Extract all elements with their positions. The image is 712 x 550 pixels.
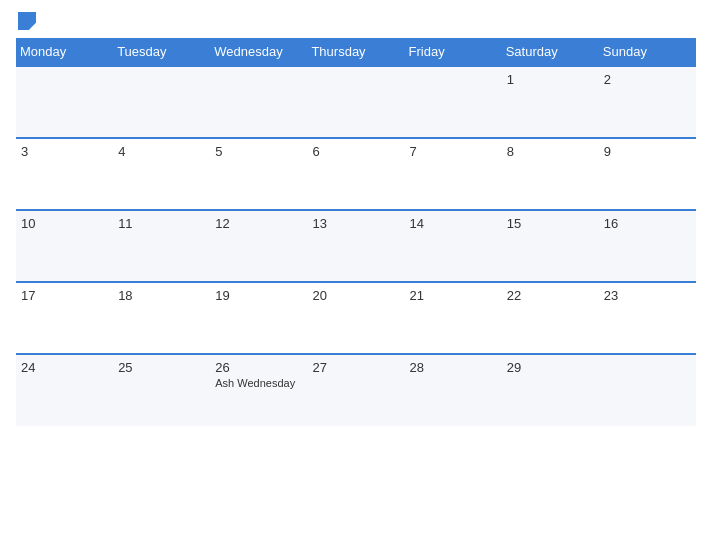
day-number: 28 — [410, 360, 497, 375]
day-number: 6 — [312, 144, 399, 159]
week-row-2: 3456789 — [16, 138, 696, 210]
calendar-cell: 7 — [405, 138, 502, 210]
weekday-header-row: MondayTuesdayWednesdayThursdayFridaySatu… — [16, 38, 696, 66]
calendar-cell: 21 — [405, 282, 502, 354]
calendar-cell: 22 — [502, 282, 599, 354]
weekday-sunday: Sunday — [599, 38, 696, 66]
calendar-cell: 15 — [502, 210, 599, 282]
day-number: 22 — [507, 288, 594, 303]
calendar-cell: 19 — [210, 282, 307, 354]
calendar-cell: 23 — [599, 282, 696, 354]
day-number: 23 — [604, 288, 691, 303]
day-number: 25 — [118, 360, 205, 375]
calendar-cell: 9 — [599, 138, 696, 210]
calendar-cell: 28 — [405, 354, 502, 426]
week-row-1: 12 — [16, 66, 696, 138]
day-number: 24 — [21, 360, 108, 375]
day-number: 12 — [215, 216, 302, 231]
weekday-wednesday: Wednesday — [210, 38, 307, 66]
day-number: 26 — [215, 360, 302, 375]
weekday-thursday: Thursday — [307, 38, 404, 66]
calendar-cell: 12 — [210, 210, 307, 282]
calendar-cell: 1 — [502, 66, 599, 138]
calendar-cell: 16 — [599, 210, 696, 282]
calendar-cell — [210, 66, 307, 138]
calendar-cell: 29 — [502, 354, 599, 426]
day-number: 4 — [118, 144, 205, 159]
day-number: 11 — [118, 216, 205, 231]
day-number: 19 — [215, 288, 302, 303]
week-row-5: 242526Ash Wednesday272829 — [16, 354, 696, 426]
calendar-cell — [113, 66, 210, 138]
calendar-cell: 10 — [16, 210, 113, 282]
day-number: 16 — [604, 216, 691, 231]
calendar-cell: 3 — [16, 138, 113, 210]
calendar-wrapper: MondayTuesdayWednesdayThursdayFridaySatu… — [0, 0, 712, 550]
logo — [16, 12, 38, 30]
calendar-cell — [16, 66, 113, 138]
day-number: 7 — [410, 144, 497, 159]
week-row-4: 17181920212223 — [16, 282, 696, 354]
logo-icon — [18, 12, 36, 30]
weekday-saturday: Saturday — [502, 38, 599, 66]
day-number: 5 — [215, 144, 302, 159]
day-number: 2 — [604, 72, 691, 87]
day-number: 15 — [507, 216, 594, 231]
calendar-cell — [405, 66, 502, 138]
day-number: 1 — [507, 72, 594, 87]
day-number: 14 — [410, 216, 497, 231]
calendar-header — [16, 12, 696, 30]
day-number: 20 — [312, 288, 399, 303]
calendar-cell: 13 — [307, 210, 404, 282]
day-number: 8 — [507, 144, 594, 159]
calendar-cell: 20 — [307, 282, 404, 354]
day-number: 18 — [118, 288, 205, 303]
day-event: Ash Wednesday — [215, 377, 302, 389]
day-number: 13 — [312, 216, 399, 231]
day-number: 21 — [410, 288, 497, 303]
calendar-table: MondayTuesdayWednesdayThursdayFridaySatu… — [16, 38, 696, 426]
calendar-cell: 6 — [307, 138, 404, 210]
day-number: 29 — [507, 360, 594, 375]
calendar-cell: 4 — [113, 138, 210, 210]
day-number: 10 — [21, 216, 108, 231]
calendar-cell: 5 — [210, 138, 307, 210]
calendar-cell: 27 — [307, 354, 404, 426]
day-number: 27 — [312, 360, 399, 375]
calendar-cell: 2 — [599, 66, 696, 138]
day-number: 17 — [21, 288, 108, 303]
calendar-cell — [599, 354, 696, 426]
calendar-cell: 17 — [16, 282, 113, 354]
calendar-cell: 11 — [113, 210, 210, 282]
calendar-cell: 18 — [113, 282, 210, 354]
calendar-cell: 14 — [405, 210, 502, 282]
weekday-tuesday: Tuesday — [113, 38, 210, 66]
calendar-cell — [307, 66, 404, 138]
day-number: 3 — [21, 144, 108, 159]
day-number: 9 — [604, 144, 691, 159]
calendar-cell: 8 — [502, 138, 599, 210]
week-row-3: 10111213141516 — [16, 210, 696, 282]
weekday-monday: Monday — [16, 38, 113, 66]
calendar-cell: 24 — [16, 354, 113, 426]
calendar-cell: 26Ash Wednesday — [210, 354, 307, 426]
calendar-cell: 25 — [113, 354, 210, 426]
weekday-friday: Friday — [405, 38, 502, 66]
